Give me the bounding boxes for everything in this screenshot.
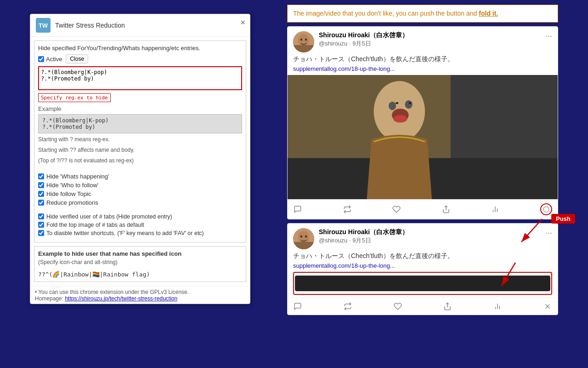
active-label: Active (46, 56, 62, 63)
close-icon (543, 302, 552, 311)
svg-point-13 (409, 102, 412, 104)
tweet-username-1: Shirouzu Hiroaki（白水啓章） (319, 31, 552, 40)
views-button-1[interactable] (491, 205, 500, 214)
fold-arrow-annotation (479, 260, 525, 293)
icon-example-subtitle: (Specify icon-char and alt-string) (38, 259, 242, 265)
retweet-button-2[interactable] (343, 302, 352, 311)
twitter-panel: The image/video that you don't like, you… (287, 5, 558, 319)
tweet-image-svg (288, 75, 558, 199)
tweet-text-1: チョハ・トルース（Chech'tluth）を飲んだ直後の様子。 (293, 55, 552, 63)
panel-title: Twitter Stress Reduction (55, 22, 125, 29)
share-button-2[interactable] (443, 302, 452, 311)
retweet-icon-2 (343, 302, 352, 311)
panel-close-button[interactable]: × (240, 18, 245, 28)
section-header-row: Hide specified ForYou/Trending/Whats hap… (38, 45, 242, 52)
tweet-actions-2 (288, 298, 558, 315)
example-label: Example (38, 105, 242, 112)
retweet-button-1[interactable] (343, 205, 352, 214)
checkbox-whats-happening: Hide 'Whats happening' (38, 173, 242, 180)
tweet-user-info-1: Shirouzu Hiroaki（白水啓章） @shirouzu · 9月5日 (319, 31, 552, 48)
regex-textarea[interactable]: ?.*(Bloomberg|K-pop) ?.*(Promoted by) (38, 66, 242, 90)
svg-point-2 (300, 39, 302, 41)
retweet-icon-1 (343, 205, 352, 214)
reply-icon-1 (293, 205, 302, 214)
panel-body: Hide specified ForYou/Trending/Whats hap… (30, 37, 250, 304)
footer-homepage-label: Homepage: (35, 295, 63, 302)
push-fold-button-1[interactable] (540, 203, 552, 215)
instruction-highlight: fold it. (479, 10, 498, 17)
avatar-image-2 (293, 228, 314, 249)
section-close-button[interactable]: Close (66, 54, 88, 63)
tweet-actions-1 (288, 199, 558, 219)
svg-point-10 (389, 102, 396, 110)
panel-logo: TW (36, 18, 51, 33)
footer-homepage-link[interactable]: https://shirouzu.jp/tech/twitter-stress-… (65, 295, 177, 302)
tweet-body-1: チョハ・トルース（Chech'tluth）を飲んだ直後の様子。 suppleme… (288, 55, 558, 75)
instruction-text-part1: The image/video that you don't like, you… (293, 10, 479, 17)
views-icon-1 (491, 205, 500, 214)
heart-icon-2 (393, 302, 402, 311)
main-section: Hide specified ForYou/Trending/Whats hap… (34, 40, 246, 242)
tweet-handle-time-1: @shirouzu · 9月5日 (319, 40, 552, 48)
extension-panel: TW Twitter Stress Reduction × Hide speci… (30, 14, 250, 304)
checkbox-who-to-follow-input[interactable] (38, 182, 44, 188)
panel-header: TW Twitter Stress Reduction × (30, 14, 250, 37)
views-button-2[interactable] (493, 302, 502, 311)
checkbox-hide-verified-input[interactable] (38, 213, 44, 219)
regex-hint-label: Specify reg-ex to hide (38, 93, 111, 102)
svg-point-25 (300, 236, 302, 238)
checkbox-fold-top-image-input[interactable] (38, 222, 44, 228)
svg-point-26 (305, 236, 307, 238)
svg-point-20 (543, 207, 549, 212)
svg-point-3 (305, 39, 307, 41)
close-folded-button[interactable] (543, 302, 552, 311)
checkbox-follow-topic-input[interactable] (38, 191, 44, 197)
tweet-image-1 (288, 75, 558, 199)
example-box: ?.*(Bloomberg|K-pop) ?.*(Promoted by) (38, 114, 242, 133)
reply-button-2[interactable] (293, 302, 302, 311)
active-checkbox[interactable] (38, 56, 44, 62)
views-icon-2 (493, 302, 502, 311)
footer: • You can use this chrome extension unde… (30, 286, 250, 304)
svg-point-15 (393, 115, 407, 122)
svg-line-29 (502, 263, 515, 286)
reply-button-1[interactable] (293, 205, 302, 214)
checkbox-disable-shortcuts: To diasble twitter shortcuts. ('F' key m… (38, 230, 242, 236)
help-text-3: (Top of ?/?? is not evaluated as reg-ex) (38, 156, 242, 165)
tweet-link-1[interactable]: supplementallog.com/18-up-the-long... (293, 65, 552, 72)
like-button-1[interactable] (392, 205, 401, 214)
push-arrow-annotation (512, 217, 549, 253)
icon-example-title: Example to hide user that name has speci… (38, 250, 242, 257)
help-text-1: Starting with ? means reg-ex. (38, 135, 242, 144)
tweet-avatar-1 (293, 31, 314, 52)
example-line2: ?.*(Promoted by) (42, 124, 238, 130)
share-button-1[interactable] (441, 205, 451, 214)
checkbox-who-to-follow: Hide 'Who to follow' (38, 182, 242, 189)
checkbox-fold-top-image: Fold the top image of # tabs as default (38, 222, 242, 228)
tweet-more-button-1[interactable]: ··· (545, 31, 552, 41)
tweet-avatar-2 (293, 228, 314, 249)
checkbox-reduce-promotions: Reduce promotions (38, 199, 242, 206)
avatar-image-1 (293, 31, 314, 52)
push-label: Push (551, 214, 575, 224)
checkbox-whats-happening-input[interactable] (38, 173, 44, 179)
svg-point-24 (298, 231, 309, 244)
footer-license-text: You can use this chrome extension under … (38, 289, 189, 295)
checkbox-hide-verified: Hide verified user of # tabs (Hide promo… (38, 213, 242, 220)
share-icon-1 (441, 205, 451, 214)
svg-rect-27 (293, 242, 314, 249)
folded-image-area (288, 272, 558, 298)
heart-icon-1 (392, 205, 401, 214)
svg-rect-4 (293, 45, 314, 52)
example-line1: ?.*(Bloomberg|K-pop) (42, 117, 238, 124)
like-button-2[interactable] (393, 302, 402, 311)
instruction-text: The image/video that you don't like, you… (287, 5, 558, 23)
checkbox-disable-shortcuts-input[interactable] (38, 230, 44, 236)
tweet-card-1: Shirouzu Hiroaki（白水啓章） @shirouzu · 9月5日 … (287, 26, 558, 219)
checkbox-reduce-promotions-input[interactable] (38, 200, 44, 206)
svg-point-1 (298, 34, 309, 47)
help-text-2: Starting with ?? affects name and body. (38, 146, 242, 155)
section-description: Hide specified ForYou/Trending/Whats hap… (38, 45, 242, 52)
svg-point-12 (396, 102, 398, 104)
svg-point-11 (405, 100, 412, 109)
